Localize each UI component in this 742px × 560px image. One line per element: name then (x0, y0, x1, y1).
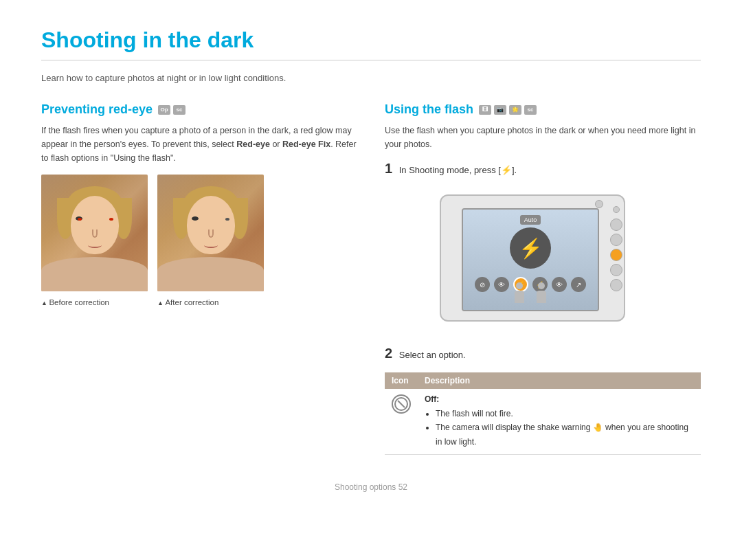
off-icon (392, 394, 411, 414)
flash-bubble: ⚡ (510, 227, 551, 269)
cam-icon2: 📷 (494, 105, 506, 115)
step-2: 2 Select an option. (385, 346, 701, 361)
bullet-list: The flash will not fire. The camera will… (425, 407, 694, 449)
table-cell-desc: Off: The flash will not fire. The camera… (418, 389, 701, 455)
flash-icon-big: ⚡ (519, 237, 543, 260)
step-2-text: Select an option. (399, 350, 466, 360)
main-content: Preventing red-eye Op sc If the flash fi… (41, 102, 701, 455)
smart-icon: Op (158, 105, 170, 115)
camera-side-controls (610, 206, 622, 291)
caption-after: After correction (157, 298, 264, 306)
ctrl-btn-top (613, 206, 620, 213)
bullet-item-1: The flash will not fire. (436, 407, 694, 421)
silhouette-1 (513, 282, 526, 303)
subtitle: Learn how to capture photos at night or … (41, 73, 701, 83)
footer: Shooting options 52 (41, 482, 701, 492)
photo-before (41, 175, 148, 291)
camera-body: ⚡ ⊘ 👁 ⚡ ⚡ 👁 ↗ (440, 194, 625, 322)
camera-diagram: ⚡ ⊘ 👁 ⚡ ⚡ 👁 ↗ (426, 188, 660, 332)
camera-screen: ⚡ ⊘ 👁 ⚡ ⚡ 👁 ↗ (462, 208, 599, 311)
step-1-number: 1 (385, 161, 392, 176)
ctrl-btn-mid1 (610, 219, 622, 231)
caption-row: Before correction After correction (41, 298, 357, 306)
right-section-intro: Use the flash when you capture photos in… (385, 124, 701, 151)
table-header-desc: Description (418, 372, 701, 389)
photo-after (157, 175, 264, 291)
options-table: Icon Description Off: (385, 372, 701, 455)
silhouette-row (513, 282, 548, 303)
flash-opt-6: ↗ (571, 277, 586, 292)
camera-screen-inner: ⚡ ⊘ 👁 ⚡ ⚡ 👁 ↗ (463, 210, 598, 310)
ctrl-btn-mid4 (610, 279, 622, 291)
table-row: Off: The flash will not fire. The camera… (385, 389, 701, 455)
caption-before: Before correction (41, 298, 148, 306)
table-header-icon: Icon (385, 372, 418, 389)
step-2-number: 2 (385, 346, 392, 361)
camera-lens-small (595, 200, 603, 208)
bullet-item-2: The camera will display the shake warnin… (436, 421, 694, 449)
silhouette-2 (535, 282, 548, 303)
photo-comparison-row (41, 175, 357, 291)
left-section-title: Preventing red-eye Op sc (41, 102, 357, 117)
step-1-text: In Shooting mode, press [⚡]. (399, 165, 517, 175)
divider (41, 60, 701, 60)
right-section-title: Using the flash 🎞 📷 🌟 sc (385, 102, 701, 117)
page-title: Shooting in the dark (41, 27, 701, 53)
flash-opt-2: 👁 (494, 277, 509, 292)
flash-opt-1: ⊘ (475, 277, 490, 292)
step-1: 1 In Shooting mode, press [⚡]. (385, 161, 701, 177)
section-mode-icons: Op sc (158, 105, 186, 115)
cam-icon4: sc (524, 105, 537, 115)
ctrl-btn-mid3 (610, 264, 622, 276)
left-column: Preventing red-eye Op sc If the flash fi… (41, 102, 357, 455)
svg-line-1 (398, 401, 405, 407)
right-section-mode-icons: 🎞 📷 🌟 sc (479, 105, 537, 115)
cam-icon1: 🎞 (479, 105, 491, 115)
cam-icon3: 🌟 (509, 105, 521, 115)
ctrl-btn-mid2 (610, 234, 622, 246)
desc-bold: Off: (425, 394, 694, 404)
scene-icon: sc (173, 105, 186, 115)
flash-opt-5: 👁 (552, 277, 567, 292)
right-column: Using the flash 🎞 📷 🌟 sc Use the flash w… (385, 102, 701, 455)
left-section-body: If the flash fires when you capture a ph… (41, 124, 357, 165)
ctrl-btn-orange (610, 249, 622, 261)
table-cell-icon (385, 389, 418, 455)
